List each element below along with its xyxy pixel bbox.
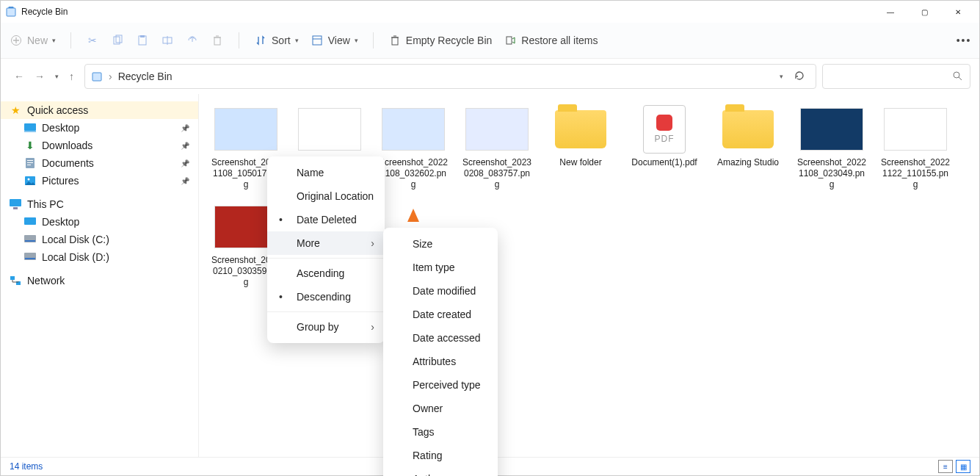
menu-item-size[interactable]: Size — [383, 232, 498, 256]
file-item[interactable]: Document(1).pdf — [629, 106, 700, 190]
paste-icon[interactable] — [136, 34, 149, 47]
new-button[interactable]: New ▾ — [10, 34, 56, 47]
menu-label: Original Location — [297, 190, 374, 202]
download-icon: ⬇ — [24, 140, 36, 151]
file-label: New folder — [545, 157, 616, 168]
disk-icon — [24, 234, 36, 245]
svg-rect-29 — [25, 240, 35, 242]
file-thumbnail — [548, 106, 614, 153]
file-thumbnail — [715, 106, 781, 153]
new-label: New — [27, 35, 48, 46]
up-button[interactable]: ↑ — [69, 71, 74, 82]
maximize-button[interactable]: ▢ — [907, 1, 941, 23]
star-icon: ★ — [10, 104, 21, 116]
restore-all-button[interactable]: Restore all items — [504, 34, 598, 47]
sort-context-menu: Name Original Location Date Deleted More… — [267, 156, 385, 343]
menu-item-authors[interactable]: Authors — [383, 467, 498, 476]
sidebar-item-downloads[interactable]: ⬇ Downloads — [1, 137, 198, 154]
minimize-button[interactable]: — — [874, 1, 907, 23]
menu-item-more[interactable]: More — [267, 231, 385, 255]
pictures-icon — [24, 175, 36, 187]
menu-label: Size — [413, 238, 432, 250]
sort-label: Sort — [272, 35, 291, 46]
file-item[interactable]: Screenshot_20221108_032602.png — [378, 106, 449, 190]
menu-item-date-created[interactable]: Date created — [383, 303, 498, 326]
view-icon — [311, 34, 324, 47]
window: Recycle Bin — ▢ ✕ New ▾ ✂ Sort ▾ View ▾ — [0, 0, 980, 476]
menu-item-ascending[interactable]: Ascending — [267, 262, 385, 285]
sidebar-label: Local Disk (C:) — [42, 234, 109, 245]
sidebar-item-quick-access[interactable]: ★ Quick access — [1, 101, 198, 119]
back-button[interactable]: ← — [14, 71, 24, 82]
pc-icon — [10, 198, 21, 210]
thumbnails-view-button[interactable]: ▦ — [956, 460, 970, 473]
file-item[interactable]: Screenshot_20230208_083757.png — [462, 106, 532, 190]
menu-item-group-by[interactable]: Group by — [267, 315, 385, 339]
sidebar-item-pictures[interactable]: Pictures — [1, 172, 198, 190]
svg-rect-12 — [392, 37, 398, 45]
sidebar-label: Local Disk (D:) — [42, 251, 109, 263]
svg-rect-14 — [92, 73, 101, 81]
menu-label: Group by — [297, 321, 339, 333]
menu-item-item-type[interactable]: Item type — [383, 256, 498, 279]
sidebar-item-local-disk-c[interactable]: Local Disk (C:) — [1, 231, 198, 248]
disk-icon — [24, 251, 36, 263]
delete-icon[interactable] — [211, 34, 224, 47]
svg-rect-32 — [10, 276, 15, 280]
menu-item-date-deleted[interactable]: Date Deleted — [267, 208, 385, 231]
plus-circle-icon — [10, 34, 23, 47]
menu-label: Perceived type — [413, 379, 481, 391]
menu-item-owner[interactable]: Owner — [383, 397, 498, 420]
menu-label: Item type — [413, 262, 455, 273]
menu-item-date-modified[interactable]: Date modified — [383, 279, 498, 303]
file-thumbnail — [380, 106, 446, 153]
file-item[interactable]: Amazing Studio — [713, 106, 783, 190]
sidebar-item-this-pc[interactable]: This PC — [1, 195, 198, 213]
sidebar-item-documents[interactable]: Documents — [1, 154, 198, 172]
view-label: View — [328, 35, 350, 46]
svg-rect-17 — [24, 123, 36, 131]
empty-recycle-bin-button[interactable]: Empty Recycle Bin — [388, 34, 492, 47]
refresh-button[interactable] — [789, 70, 810, 84]
menu-label: Name — [297, 167, 324, 178]
menu-item-rating[interactable]: Rating — [383, 444, 498, 467]
menu-item-original-location[interactable]: Original Location — [267, 184, 385, 208]
menu-item-date-accessed[interactable]: Date accessed — [383, 326, 498, 350]
view-button[interactable]: View ▾ — [311, 34, 358, 47]
menu-item-tags[interactable]: Tags — [383, 420, 498, 444]
file-item[interactable]: Screenshot_20221122_110155.png — [880, 106, 951, 190]
search-input[interactable] — [822, 64, 970, 89]
menu-item-descending[interactable]: Descending — [267, 285, 385, 309]
more-submenu: Size Item type Date modified Date create… — [383, 228, 498, 476]
forward-button[interactable]: → — [35, 71, 45, 82]
recycle-bin-icon — [5, 6, 17, 18]
breadcrumb-path[interactable]: Recycle Bin — [118, 71, 173, 82]
history-chevron-icon[interactable]: ▾ — [55, 73, 59, 80]
details-view-button[interactable]: ≡ — [938, 460, 953, 473]
sidebar-item-desktop2[interactable]: Desktop — [1, 213, 198, 231]
restore-label: Restore all items — [521, 35, 598, 46]
menu-item-perceived-type[interactable]: Perceived type — [383, 373, 498, 397]
breadcrumb-chevron-icon[interactable]: ▾ — [780, 73, 783, 80]
cut-icon[interactable]: ✂ — [86, 34, 99, 47]
file-item[interactable]: Screenshot_20221108_023049.png — [796, 106, 867, 190]
sidebar-item-network[interactable]: Network — [1, 272, 198, 289]
breadcrumb[interactable]: › Recycle Bin ▾ — [84, 64, 816, 89]
close-icon: ✕ — [955, 8, 961, 16]
menu-item-attributes[interactable]: Attributes — [383, 350, 498, 373]
file-item[interactable]: New folder — [545, 106, 616, 190]
share-icon[interactable] — [186, 34, 199, 47]
file-label: Screenshot_20221122_110155.png — [880, 157, 951, 190]
more-icon[interactable]: ••• — [957, 34, 970, 47]
menu-item-name[interactable]: Name — [267, 161, 385, 184]
sidebar-item-desktop[interactable]: Desktop — [1, 119, 198, 137]
body: ★ Quick access Desktop ⬇ Downloads Docum… — [1, 94, 979, 457]
close-button[interactable]: ✕ — [941, 1, 975, 23]
svg-rect-9 — [214, 37, 220, 45]
copy-icon[interactable] — [111, 34, 124, 47]
sort-button[interactable]: Sort ▾ — [254, 34, 299, 47]
rename-icon[interactable] — [161, 34, 174, 47]
sidebar-item-local-disk-d[interactable]: Local Disk (D:) — [1, 248, 198, 266]
menu-label: Date accessed — [413, 332, 481, 344]
menu-label: Tags — [413, 426, 435, 438]
